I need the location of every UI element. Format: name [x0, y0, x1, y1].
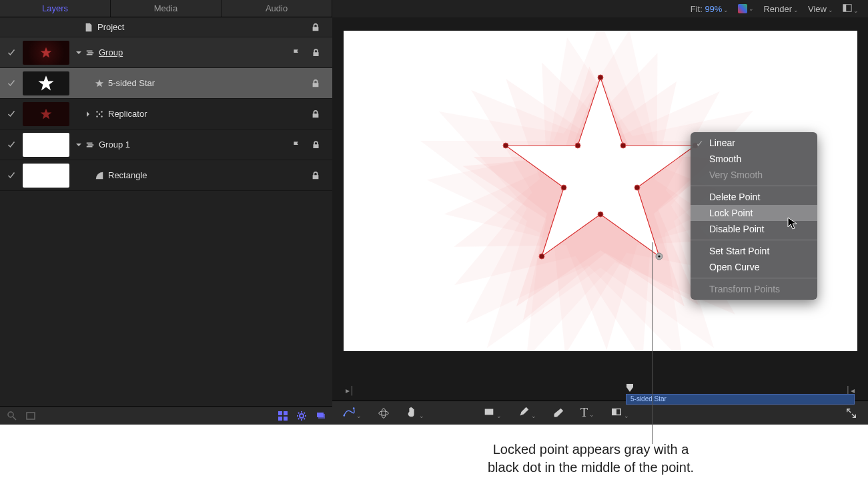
layer-row-replicator[interactable]: Replicator [0, 99, 332, 130]
control-point[interactable] [598, 212, 603, 217]
disclosure-down-icon[interactable] [75, 49, 83, 57]
replicator-label: Replicator [108, 109, 147, 119]
lock-icon[interactable] [311, 79, 320, 88]
shape-arc-icon [95, 171, 104, 180]
tab-media[interactable]: Media [111, 0, 222, 17]
color-channel-dropdown[interactable]: ⌄ [738, 4, 754, 13]
control-point[interactable] [503, 143, 508, 148]
document-icon [84, 23, 93, 32]
checkbox-icon[interactable] [7, 172, 15, 180]
svg-marker-2 [95, 79, 103, 86]
svg-point-8 [99, 113, 100, 114]
playhead-icon[interactable] [626, 383, 634, 395]
ctx-linear[interactable]: ✓ Linear [691, 135, 817, 151]
cursor-icon [787, 217, 798, 230]
checkbox-icon[interactable] [7, 141, 15, 149]
svg-rect-35 [485, 409, 494, 415]
svg-marker-0 [41, 47, 52, 57]
svg-rect-37 [612, 409, 616, 415]
3d-tool-icon[interactable] [378, 407, 390, 419]
search-icon[interactable] [7, 411, 17, 421]
ctx-set-start-point[interactable]: Set Start Point [691, 243, 817, 259]
disclosure-right-icon[interactable] [84, 110, 92, 118]
control-point[interactable] [575, 143, 580, 148]
lock-icon[interactable] [311, 171, 320, 180]
svg-point-4 [96, 111, 97, 112]
left-panel: Layers Media Audio Project [0, 0, 332, 425]
fit-label: Fit: 99%⌄ [691, 4, 729, 14]
layer-row-project[interactable]: Project [0, 17, 332, 37]
group-label: Group [99, 47, 123, 57]
timeline-clip[interactable]: 5-sided Star [626, 394, 855, 405]
play-range-start-icon[interactable]: ▸│ [346, 386, 355, 395]
text-tool[interactable]: T⌄ [580, 406, 594, 420]
svg-marker-1 [38, 75, 53, 90]
frame-icon[interactable] [25, 411, 36, 421]
control-point[interactable] [561, 185, 566, 190]
rectangle-label: Rectangle [108, 170, 147, 180]
svg-rect-11 [27, 413, 35, 419]
control-point[interactable] [598, 75, 603, 80]
point-context-menu: ✓ Linear Smooth Very Smooth Delete Point… [691, 132, 817, 300]
tab-audio[interactable]: Audio [222, 0, 332, 17]
flag-icon[interactable] [292, 140, 301, 150]
control-point[interactable] [620, 143, 626, 148]
expand-icon[interactable] [845, 407, 857, 419]
transform-tool[interactable]: ⌄ [343, 406, 362, 420]
menu-separator [691, 240, 817, 240]
ctx-disable-point[interactable]: Disable Point [691, 221, 817, 237]
layer-row-rectangle[interactable]: Rectangle [0, 160, 332, 191]
annotation-leader-line [652, 242, 653, 444]
svg-line-10 [13, 417, 16, 420]
svg-point-16 [300, 414, 304, 418]
svg-point-33 [379, 411, 388, 415]
checkbox-icon[interactable] [7, 49, 15, 57]
checkmark-icon: ✓ [696, 137, 704, 145]
grid-icon[interactable] [278, 411, 288, 421]
stack-icon[interactable] [315, 411, 326, 421]
group1-label: Group 1 [99, 140, 130, 150]
menu-separator [691, 278, 817, 278]
layout-icon[interactable]: ⌄ [843, 3, 859, 15]
ctx-lock-point[interactable]: Lock Point [691, 205, 817, 221]
svg-rect-14 [278, 417, 282, 421]
svg-marker-3 [41, 108, 52, 119]
mask-tool[interactable]: ⌄ [610, 406, 629, 420]
ctx-delete-point[interactable]: Delete Point [691, 189, 817, 205]
layer-thumbnail [23, 102, 69, 126]
rectangle-tool[interactable]: ⌄ [483, 406, 502, 420]
timeline-ruler[interactable]: ▸│ │◂ 5-sided Star [332, 382, 868, 401]
pen-tool[interactable]: ⌄ [518, 406, 536, 420]
flag-icon[interactable] [292, 48, 301, 57]
svg-point-5 [101, 111, 102, 112]
lock-icon[interactable] [311, 23, 320, 32]
tab-layers[interactable]: Layers [0, 0, 111, 17]
ctx-smooth[interactable]: Smooth [691, 151, 817, 167]
canvas-toolbar: Fit: 99%⌄ ⌄ Render⌄ View⌄ ⌄ [332, 0, 868, 17]
svg-point-6 [96, 115, 97, 117]
disclosure-down-icon[interactable] [75, 141, 83, 149]
checkbox-icon[interactable] [7, 110, 15, 118]
annotation-caption: Locked point appears gray with a black d… [334, 441, 848, 477]
layer-row-group1[interactable]: Group 1 [0, 130, 332, 160]
layer-row-group[interactable]: Group [0, 37, 332, 68]
gear-icon[interactable] [296, 411, 307, 421]
control-point[interactable] [539, 254, 544, 259]
svg-rect-13 [284, 411, 288, 415]
hand-tool[interactable]: ⌄ [406, 406, 424, 420]
ctx-transform-points: Transform Points [691, 281, 817, 297]
control-point[interactable] [634, 185, 640, 190]
render-dropdown[interactable]: Render⌄ [763, 4, 799, 14]
lock-icon[interactable] [312, 48, 320, 57]
stack-icon [85, 140, 95, 150]
layer-row-star[interactable]: 5-sided Star [0, 68, 332, 99]
svg-rect-18 [318, 414, 325, 419]
checkbox-icon[interactable] [7, 79, 15, 87]
lock-icon[interactable] [311, 109, 320, 119]
brush-tool-icon[interactable] [552, 407, 564, 419]
locked-control-point[interactable] [656, 253, 663, 260]
view-dropdown[interactable]: View⌄ [808, 4, 833, 14]
ctx-open-curve[interactable]: Open Curve [691, 259, 817, 275]
lock-icon[interactable] [312, 140, 320, 150]
svg-point-30 [658, 255, 660, 257]
